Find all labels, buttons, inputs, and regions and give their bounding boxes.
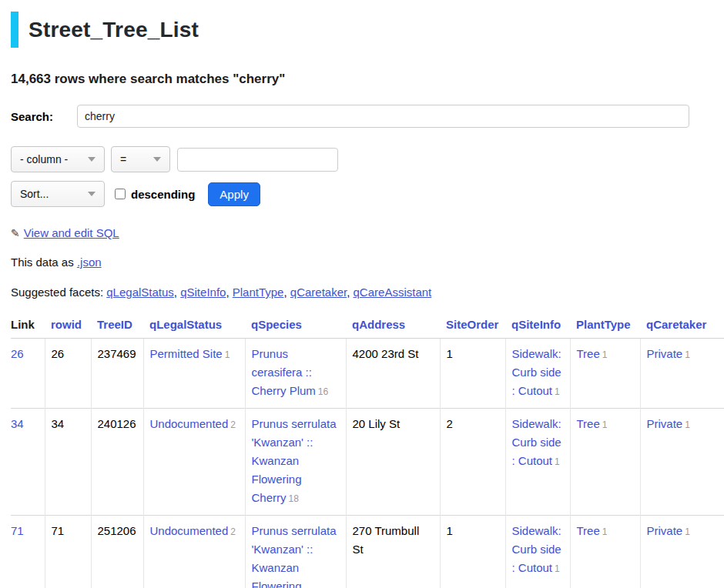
- filter-operator-value: =: [120, 153, 126, 165]
- cell-qaddress: 20 Lily St: [346, 409, 440, 516]
- chevron-down-icon: [88, 157, 96, 162]
- row-count-summary: 14,663 rows where search matches "cherry…: [11, 72, 724, 87]
- data-as-label: This data as: [11, 256, 74, 269]
- cell-treeid: 237469: [91, 339, 143, 409]
- cell-qspecies-link[interactable]: Prunus cerasifera :: Cherry Plum: [252, 347, 316, 397]
- facet-count: 1: [602, 419, 608, 430]
- cell-siteorder: 1: [440, 339, 505, 409]
- facet-count: 2: [230, 419, 236, 430]
- col-header-link: Link: [11, 315, 45, 339]
- cell-planttype-link[interactable]: Tree: [577, 417, 600, 430]
- facet-count: 1: [685, 349, 690, 360]
- facet-count: 1: [602, 349, 608, 360]
- facet-count: 2: [230, 526, 236, 537]
- table-row: 71 71 251206 Undocumented2 Prunus serrul…: [11, 516, 724, 588]
- cell-qlegalstatus-link[interactable]: Undocumented: [150, 417, 229, 430]
- cell-qspecies-link[interactable]: Prunus serrulata 'Kwanzan' :: Kwanzan Fl…: [252, 524, 337, 588]
- facet-count: 1: [685, 419, 690, 430]
- col-header-treeid[interactable]: TreeID: [91, 315, 143, 339]
- facet-count: 16: [318, 386, 328, 397]
- facet-count: 1: [555, 563, 560, 574]
- cell-planttype-link[interactable]: Tree: [577, 347, 600, 360]
- cell-rowid: 34: [45, 409, 91, 516]
- facets-line: Suggested facets: qLegalStatus, qSiteInf…: [11, 286, 724, 299]
- col-header-qcaretaker[interactable]: qCaretaker: [640, 315, 724, 339]
- facet-count: 1: [225, 349, 230, 360]
- cell-qaddress: 270 Trumbull St: [346, 516, 440, 588]
- facet-separator: ,: [226, 286, 232, 299]
- col-header-siteorder[interactable]: SiteOrder: [440, 315, 505, 339]
- chevron-down-icon: [88, 192, 96, 196]
- search-row: Search:: [11, 105, 724, 128]
- facet-separator: ,: [347, 286, 353, 299]
- page-header: Street_Tree_List: [11, 12, 724, 48]
- table-header-row: Link rowid TreeID qLegalStatus qSpecies …: [11, 315, 724, 339]
- sql-line: ✎View and edit SQL: [11, 226, 724, 239]
- cell-qspecies-link[interactable]: Prunus serrulata 'Kwanzan' :: Kwanzan Fl…: [252, 417, 337, 504]
- facet-count: 1: [555, 456, 560, 467]
- cell-qlegalstatus-link[interactable]: Undocumented: [150, 524, 229, 537]
- facet-link-qcaretaker[interactable]: qCaretaker: [290, 286, 347, 299]
- json-link[interactable]: .json: [77, 256, 102, 269]
- sort-select[interactable]: Sort...: [11, 181, 105, 207]
- cell-treeid: 251206: [91, 516, 143, 588]
- facet-link-qcareassistant[interactable]: qCareAssistant: [354, 286, 432, 299]
- facet-separator: ,: [283, 286, 290, 299]
- cell-siteorder: 2: [440, 409, 505, 516]
- table-row: 26 26 237469 Permitted Site1 Prunus cera…: [11, 339, 724, 409]
- descending-checkbox[interactable]: [115, 189, 126, 199]
- cell-rowid: 71: [45, 516, 91, 588]
- row-link[interactable]: 34: [11, 417, 24, 430]
- chevron-down-icon: [153, 157, 161, 162]
- apply-button[interactable]: Apply: [208, 182, 260, 206]
- col-header-qsiteinfo[interactable]: qSiteInfo: [505, 315, 570, 339]
- descending-label: descending: [131, 188, 195, 201]
- view-edit-sql-link[interactable]: View and edit SQL: [24, 226, 119, 239]
- row-link[interactable]: 71: [11, 524, 24, 537]
- facet-link-qlegalstatus[interactable]: qLegalStatus: [106, 286, 174, 299]
- table-row: 34 34 240126 Undocumented2 Prunus serrul…: [11, 409, 724, 516]
- cell-treeid: 240126: [91, 409, 143, 516]
- facet-link-qsiteinfo[interactable]: qSiteInfo: [180, 286, 226, 299]
- search-label: Search:: [11, 110, 77, 123]
- cell-rowid: 26: [45, 339, 91, 409]
- cell-qcaretaker-link[interactable]: Private: [647, 524, 683, 537]
- col-header-rowid[interactable]: rowid: [45, 315, 91, 339]
- sort-row: Sort... descending Apply: [11, 181, 724, 207]
- facets-label: Suggested facets:: [11, 286, 103, 299]
- cell-planttype-link[interactable]: Tree: [577, 524, 600, 537]
- col-header-qaddress[interactable]: qAddress: [346, 315, 440, 339]
- filter-row: - column - =: [11, 146, 724, 172]
- results-table: Link rowid TreeID qLegalStatus qSpecies …: [11, 315, 724, 588]
- facet-count: 1: [555, 386, 560, 397]
- col-header-qspecies[interactable]: qSpecies: [245, 315, 346, 339]
- facet-link-planttype[interactable]: PlantType: [233, 286, 284, 299]
- cell-qaddress: 4200 23rd St: [346, 339, 440, 409]
- json-line: This data as .json: [11, 256, 724, 269]
- filter-column-value: - column -: [20, 153, 68, 165]
- accent-bar: [11, 12, 18, 48]
- search-input[interactable]: [77, 105, 689, 128]
- facet-separator: ,: [174, 286, 180, 299]
- col-header-planttype[interactable]: PlantType: [570, 315, 640, 339]
- filter-value-input[interactable]: [177, 148, 338, 172]
- page-title: Street_Tree_List: [28, 18, 199, 42]
- cell-qlegalstatus-link[interactable]: Permitted Site: [150, 347, 223, 360]
- facet-count: 1: [602, 526, 608, 537]
- cell-qcaretaker-link[interactable]: Private: [647, 347, 683, 360]
- cell-siteorder: 1: [440, 516, 505, 588]
- filter-column-select[interactable]: - column -: [11, 146, 105, 172]
- pencil-icon: ✎: [11, 227, 20, 239]
- filter-operator-select[interactable]: =: [111, 146, 170, 172]
- facet-count: 18: [289, 493, 299, 504]
- facet-count: 1: [685, 526, 690, 537]
- col-header-qlegalstatus[interactable]: qLegalStatus: [143, 315, 245, 339]
- row-link[interactable]: 26: [11, 347, 24, 360]
- cell-qcaretaker-link[interactable]: Private: [647, 417, 683, 430]
- sort-select-value: Sort...: [20, 188, 49, 200]
